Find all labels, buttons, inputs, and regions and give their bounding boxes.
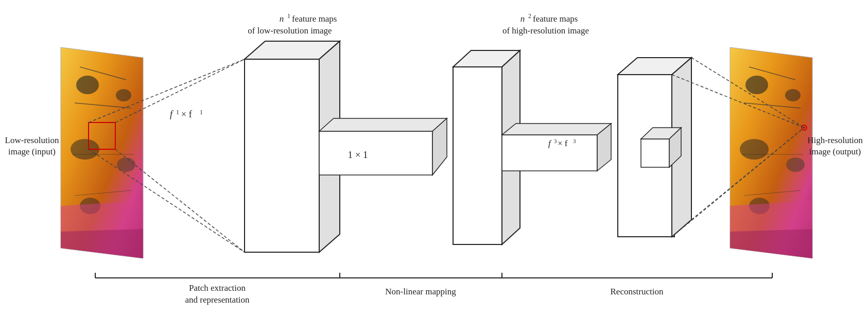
- svg-rect-49: [641, 139, 669, 167]
- svg-text:1: 1: [176, 109, 179, 116]
- svg-marker-38: [319, 118, 447, 131]
- svg-point-22: [785, 89, 801, 101]
- svg-text:× f: × f: [181, 109, 192, 119]
- svg-text:of low-resolution image: of low-resolution image: [248, 26, 332, 36]
- svg-text:1 × 1: 1 × 1: [348, 149, 368, 160]
- svg-text:image (output): image (output): [809, 147, 861, 156]
- svg-text:1: 1: [287, 12, 290, 20]
- svg-text:× f: × f: [558, 138, 568, 148]
- svg-point-8: [76, 76, 99, 94]
- svg-rect-34: [245, 59, 319, 252]
- svg-text:and representation: and representation: [185, 295, 250, 305]
- svg-text:Non-linear mapping: Non-linear mapping: [385, 287, 456, 296]
- svg-text:n: n: [280, 14, 284, 24]
- svg-marker-44: [502, 124, 611, 135]
- svg-point-9: [116, 89, 131, 101]
- svg-text:High-resolution: High-resolution: [807, 135, 863, 145]
- svg-point-21: [745, 76, 768, 94]
- svg-text:3: 3: [573, 138, 576, 144]
- svg-text:feature maps: feature maps: [533, 14, 578, 24]
- svg-text:1: 1: [200, 109, 203, 116]
- svg-text:3: 3: [554, 138, 557, 144]
- svg-point-24: [786, 157, 805, 172]
- main-diagram-svg: f 1 × f 1 1 × 1 f 3 × f 3 n 1 feature ma…: [0, 0, 868, 316]
- svg-text:Patch extraction: Patch extraction: [189, 283, 246, 293]
- svg-text:Reconstruction: Reconstruction: [611, 287, 664, 296]
- svg-rect-40: [453, 67, 502, 244]
- diagram-container: f 1 × f 1 1 × 1 f 3 × f 3 n 1 feature ma…: [0, 0, 868, 316]
- svg-rect-37: [319, 131, 432, 175]
- svg-text:Low-resolution: Low-resolution: [5, 135, 59, 145]
- svg-point-23: [740, 139, 769, 160]
- svg-text:2: 2: [528, 12, 531, 20]
- svg-text:feature maps: feature maps: [292, 14, 337, 24]
- svg-text:image (input): image (input): [8, 147, 56, 156]
- svg-text:of high-resolution image: of high-resolution image: [502, 26, 589, 36]
- svg-text:n: n: [520, 14, 525, 24]
